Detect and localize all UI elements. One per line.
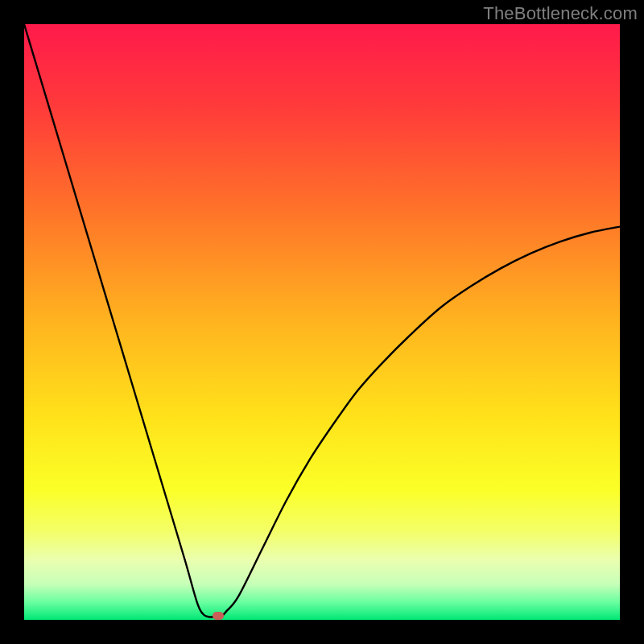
chart-frame: TheBottleneck.com [0,0,644,644]
bottleneck-curve [24,24,620,620]
watermark-label: TheBottleneck.com [483,3,638,24]
plot-area [24,24,620,620]
optimal-point-marker [213,612,224,620]
